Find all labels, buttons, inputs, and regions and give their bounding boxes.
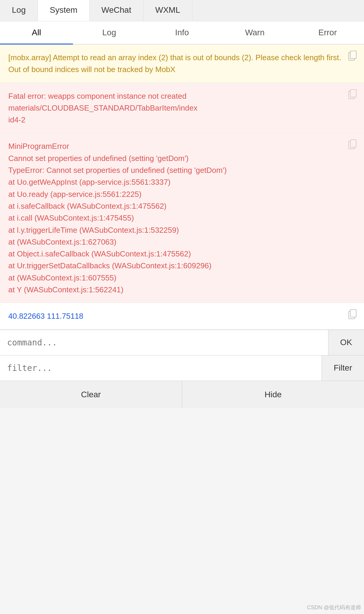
tab-wxml[interactable]: WXML bbox=[143, 0, 192, 21]
ok-button[interactable]: OK bbox=[328, 330, 364, 355]
log-entry-text: Fatal error: weapps component instance n… bbox=[8, 92, 197, 125]
action-bar: Clear Hide bbox=[0, 381, 364, 408]
filter-button[interactable]: Filter bbox=[322, 355, 364, 381]
svg-rect-7 bbox=[350, 310, 356, 317]
tab-system[interactable]: System bbox=[38, 0, 90, 21]
copy-icon[interactable] bbox=[347, 139, 358, 151]
command-row: OK bbox=[0, 330, 364, 355]
top-tabs: Log System WeChat WXML bbox=[0, 0, 364, 21]
filter-tabs: All Log Info Warn Error bbox=[0, 21, 364, 44]
log-entry-text: [mobx.array] Attempt to read an array in… bbox=[8, 53, 341, 74]
copy-icon[interactable] bbox=[347, 50, 358, 62]
watermark: CSDN @低代码布道师 bbox=[307, 604, 361, 611]
log-entry-text: 40.822663 111.75118 bbox=[8, 312, 83, 320]
svg-rect-1 bbox=[350, 51, 356, 59]
log-entry-error-1: Fatal error: weapps component instance n… bbox=[0, 83, 364, 133]
filter-tab-log[interactable]: Log bbox=[73, 21, 146, 44]
filter-tab-warn[interactable]: Warn bbox=[218, 21, 291, 44]
log-entry-info-1: 40.822663 111.75118 bbox=[0, 303, 364, 329]
log-entry-warn-1: [mobx.array] Attempt to read an array in… bbox=[0, 44, 364, 83]
filter-input[interactable] bbox=[0, 355, 322, 381]
command-input[interactable] bbox=[0, 330, 328, 355]
filter-tab-error[interactable]: Error bbox=[291, 21, 364, 44]
copy-icon[interactable] bbox=[347, 89, 358, 101]
svg-rect-5 bbox=[350, 140, 356, 147]
log-entry-text: MiniProgramError Cannot set properties o… bbox=[8, 142, 227, 294]
filter-tab-all[interactable]: All bbox=[0, 21, 73, 44]
filter-tab-info[interactable]: Info bbox=[146, 21, 218, 44]
tab-wechat[interactable]: WeChat bbox=[90, 0, 143, 21]
log-list: [mobx.array] Attempt to read an array in… bbox=[0, 44, 364, 330]
clear-button[interactable]: Clear bbox=[0, 381, 182, 408]
filter-row: Filter bbox=[0, 355, 364, 381]
tab-log[interactable]: Log bbox=[0, 0, 38, 21]
log-entry-error-2: MiniProgramError Cannot set properties o… bbox=[0, 133, 364, 303]
copy-icon[interactable] bbox=[347, 309, 358, 321]
hide-button[interactable]: Hide bbox=[182, 381, 364, 408]
svg-rect-3 bbox=[350, 90, 356, 97]
